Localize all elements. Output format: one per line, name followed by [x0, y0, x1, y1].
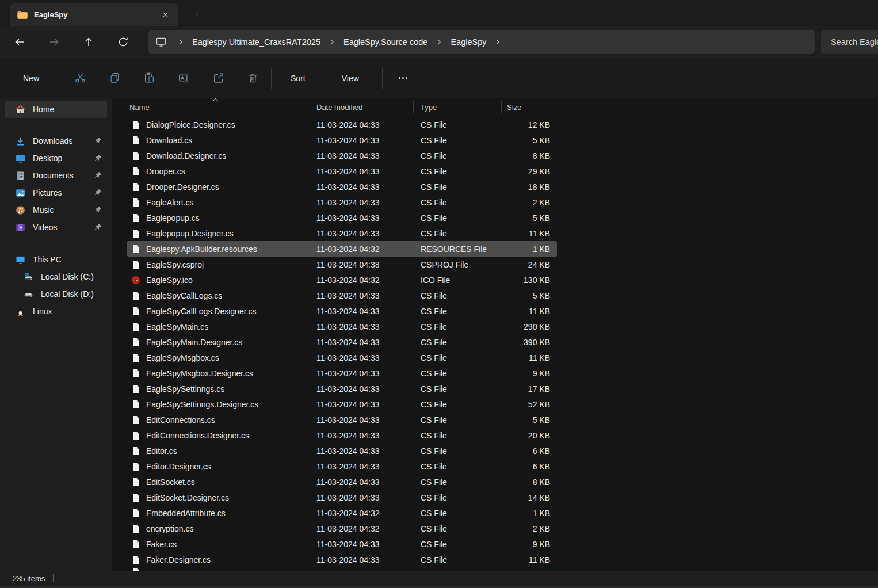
- item-count: 235 items: [13, 574, 45, 583]
- file-type: CS File: [421, 462, 509, 471]
- home-icon: [16, 105, 25, 114]
- explorer-tab[interactable]: EagleSpy: [10, 3, 178, 26]
- rename-button[interactable]: [172, 67, 195, 90]
- file-name: Eaglespy.ApkBuilder.resources: [146, 245, 257, 254]
- file-row[interactable]: Editor.cs 11-03-2024 04:33 CS File 6 KB: [127, 443, 557, 459]
- close-icon: [162, 12, 169, 18]
- file-date-modified: 11-03-2024 04:33: [316, 307, 421, 316]
- search-box[interactable]: Search EagleSpy: [821, 30, 878, 54]
- file-row[interactable]: EmbeddedAttribute.cs 11-03-2024 04:32 CS…: [127, 505, 557, 521]
- file-row[interactable]: EagleSpySettinngs.Designer.cs 11-03-2024…: [127, 396, 557, 412]
- file-row[interactable]: EditSocket.Designer.cs 11-03-2024 04:33 …: [127, 490, 557, 505]
- file-row[interactable]: Faker.Designer.cs 11-03-2024 04:33 CS Fi…: [127, 552, 557, 567]
- file-row[interactable]: encryption.cs 11-03-2024 04:32 CS File 2…: [127, 521, 557, 536]
- cut-button[interactable]: [68, 67, 91, 90]
- file-row[interactable]: EagleAlert.cs 11-03-2024 04:33 CS File 2…: [127, 194, 557, 210]
- sidebar-item-documents[interactable]: Documents: [5, 167, 107, 184]
- file-name: encryption.cs: [146, 524, 193, 533]
- file-icon: [131, 245, 140, 254]
- file-row[interactable]: EagleSpyCallLogs.cs 11-03-2024 04:33 CS …: [127, 288, 557, 303]
- file-row[interactable]: EagleSpy.ico 11-03-2024 04:32 ICO File 1…: [127, 272, 557, 288]
- share-button[interactable]: [207, 67, 230, 90]
- file-date-modified: 11-03-2024 04:33: [316, 493, 421, 502]
- refresh-button[interactable]: [112, 30, 135, 54]
- file-row[interactable]: Eaglepopup.Designer.cs 11-03-2024 04:33 …: [127, 226, 557, 241]
- linux-icon: [16, 307, 25, 316]
- sidebar-item-local-disk-d[interactable]: Local Disk (D:): [5, 285, 107, 303]
- sidebar-item-label: Downloads: [33, 136, 72, 146]
- file-size: 20 KB: [509, 431, 557, 440]
- file-row[interactable]: Drooper.cs 11-03-2024 04:33 CS File 29 K…: [127, 163, 557, 179]
- pin-icon: [94, 154, 102, 162]
- column-header-size[interactable]: Size: [507, 103, 521, 112]
- file-row[interactable]: Eaglepopup.cs 11-03-2024 04:33 CS File 5…: [127, 210, 557, 226]
- file-row[interactable]: EditConnections.cs 11-03-2024 04:33 CS F…: [127, 412, 557, 427]
- file-size: 9 KB: [509, 369, 557, 378]
- file-row[interactable]: EagleSpyMsgbox.Designer.cs 11-03-2024 04…: [127, 365, 557, 381]
- copy-icon: [109, 72, 121, 84]
- sidebar-divider: [7, 125, 104, 125]
- file-row[interactable]: EditConnections.Designer.cs 11-03-2024 0…: [127, 427, 557, 443]
- breadcrumb-segment[interactable]: EagleSpy: [448, 35, 488, 49]
- file-row[interactable]: EagleSpyMsgbox.cs 11-03-2024 04:33 CS Fi…: [127, 350, 557, 365]
- file-row[interactable]: Eaglespy.ApkBuilder.resources 11-03-2024…: [127, 241, 557, 257]
- file-icon: [131, 353, 140, 362]
- up-button[interactable]: [77, 30, 100, 54]
- column-divider[interactable]: [501, 101, 502, 113]
- column-header-type[interactable]: Type: [421, 103, 437, 112]
- column-header-name[interactable]: Name: [129, 103, 150, 112]
- file-type: CS File: [421, 509, 509, 518]
- view-button[interactable]: View: [331, 67, 369, 90]
- file-row[interactable]: DialogPloice.Designer.cs 11-03-2024 04:3…: [127, 117, 557, 132]
- column-divider[interactable]: [413, 101, 414, 113]
- tab-close-button[interactable]: [158, 7, 173, 22]
- file-row[interactable]: EagleSpy.csproj 11-03-2024 04:38 CSPROJ …: [127, 257, 557, 272]
- column-divider[interactable]: [312, 101, 312, 113]
- sidebar-item-label: Linux: [33, 307, 52, 316]
- file-row[interactable]: EagleSpyCallLogs.Designer.cs 11-03-2024 …: [127, 303, 557, 319]
- sidebar-item-home[interactable]: Home: [5, 101, 107, 118]
- file-icon: [131, 384, 140, 394]
- file-date-modified: 11-03-2024 04:32: [316, 245, 421, 254]
- file-row[interactable]: Download.cs 11-03-2024 04:33 CS File 5 K…: [127, 132, 557, 148]
- sidebar-item-linux[interactable]: Linux: [5, 303, 107, 320]
- sidebar-item-label: Local Disk (D:): [41, 289, 94, 299]
- paste-button[interactable]: [138, 67, 161, 90]
- window-bottom-edge: [0, 586, 878, 588]
- breadcrumb-segment[interactable]: EagleSpy.Source code: [341, 35, 430, 49]
- forward-button[interactable]: [43, 30, 66, 54]
- breadcrumb-segment[interactable]: Eaglespy Ultimate_CraxsRAT2025: [190, 35, 323, 49]
- delete-button[interactable]: [241, 67, 264, 90]
- sidebar-item-music[interactable]: Music: [5, 201, 107, 219]
- new-button[interactable]: New: [13, 67, 48, 90]
- sidebar-item-videos[interactable]: Videos: [5, 219, 107, 236]
- file-date-modified: 11-03-2024 04:33: [316, 540, 421, 549]
- sidebar-item-desktop[interactable]: Desktop: [5, 150, 107, 167]
- sidebar-item-label: Local Disk (C:): [41, 272, 94, 281]
- file-row[interactable]: EagleSpyMain.cs 11-03-2024 04:33 CS File…: [127, 319, 557, 334]
- file-size: 18 KB: [509, 182, 557, 192]
- copy-button[interactable]: [103, 67, 126, 90]
- more-options-button[interactable]: [392, 67, 415, 90]
- back-button[interactable]: [8, 30, 31, 54]
- file-row[interactable]: Faker.cs 11-03-2024 04:33 CS File 9 KB: [127, 536, 557, 552]
- new-tab-button[interactable]: [189, 6, 204, 21]
- address-bar[interactable]: Eaglespy Ultimate_CraxsRAT2025 EagleSpy.…: [148, 30, 815, 54]
- file-row[interactable]: Drooper.Designer.cs 11-03-2024 04:33 CS …: [127, 179, 557, 194]
- arrow-up-icon: [83, 36, 94, 48]
- file-row[interactable]: EagleSpySettinngs.cs 11-03-2024 04:33 CS…: [127, 381, 557, 396]
- file-icon: [131, 229, 140, 238]
- file-row[interactable]: Download.Designer.cs 11-03-2024 04:33 CS…: [127, 148, 557, 163]
- sidebar-item-downloads[interactable]: Downloads: [5, 132, 107, 150]
- file-name: EagleSpySettinngs.Designer.cs: [146, 400, 258, 409]
- column-header-date-modified[interactable]: Date modified: [316, 103, 362, 112]
- sort-button[interactable]: Sort: [280, 67, 316, 90]
- sidebar-item-this-pc[interactable]: This PC: [5, 251, 107, 268]
- sidebar-item-local-disk-c[interactable]: Local Disk (C:): [5, 268, 107, 285]
- sidebar-item-pictures[interactable]: Pictures: [5, 184, 107, 201]
- file-row[interactable]: EditSocket.cs 11-03-2024 04:33 CS File 8…: [127, 474, 557, 490]
- file-row[interactable]: Editor.Designer.cs 11-03-2024 04:33 CS F…: [127, 459, 557, 474]
- column-divider[interactable]: [560, 101, 560, 113]
- file-name: EagleSpyCallLogs.Designer.cs: [146, 307, 256, 316]
- file-row[interactable]: EagleSpyMain.Designer.cs 11-03-2024 04:3…: [127, 334, 557, 350]
